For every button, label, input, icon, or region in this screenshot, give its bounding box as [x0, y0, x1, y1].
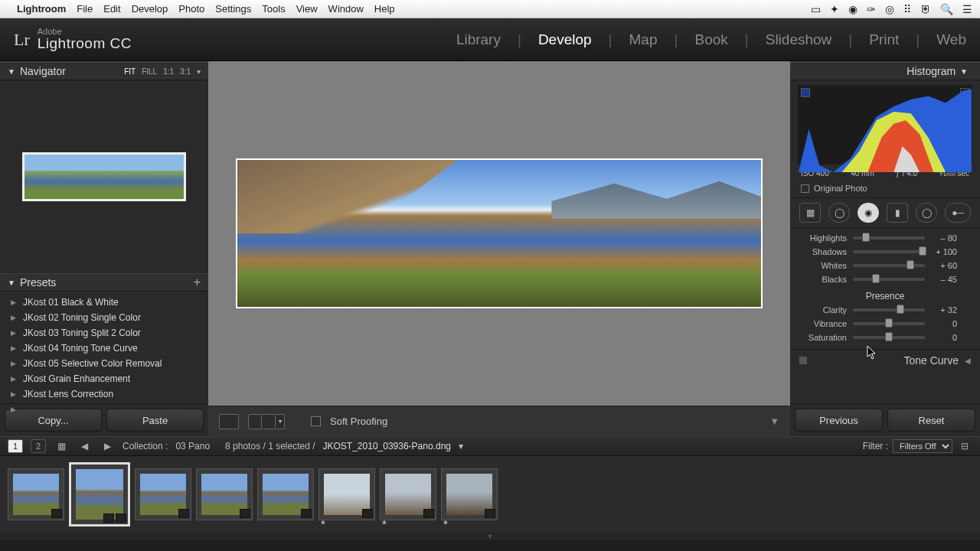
spot-tool-icon[interactable]: ◯	[828, 203, 850, 223]
slider-blacks[interactable]: Blacks – 45	[799, 272, 971, 286]
paste-button[interactable]: Paste	[106, 409, 204, 432]
monitor-2-button[interactable]: 2	[31, 439, 46, 453]
module-develop[interactable]: Develop	[538, 31, 592, 48]
nav-back-icon[interactable]: ◀	[77, 439, 92, 453]
status-icon[interactable]: ◉	[848, 3, 858, 15]
soft-proof-checkbox[interactable]	[311, 416, 321, 426]
redeye-tool-icon[interactable]: ◉	[858, 203, 879, 223]
preset-folder[interactable]: ▶JKost Grain Enhancement	[0, 371, 208, 386]
copy-button[interactable]: Copy...	[5, 409, 102, 432]
disclosure-icon[interactable]: ▼	[960, 67, 968, 76]
menu-help[interactable]: Help	[374, 3, 395, 15]
tone-curve-header[interactable]: Tone Curve ◀	[790, 349, 980, 371]
menu-photo[interactable]: Photo	[178, 3, 204, 15]
histogram[interactable]	[798, 85, 972, 165]
before-after-menu-icon[interactable]: ▾	[276, 414, 285, 429]
thumbnail[interactable]	[8, 468, 64, 520]
status-icon[interactable]: ✑	[867, 3, 876, 15]
add-preset-icon[interactable]: +	[194, 276, 201, 289]
loupe-view-icon[interactable]	[219, 414, 239, 429]
filename[interactable]: JKOST_2010_03936-Pano.dng	[323, 441, 451, 452]
grid-icon[interactable]: ▦	[54, 439, 69, 453]
menu-develop[interactable]: Develop	[132, 3, 168, 15]
previous-button[interactable]: Previous	[795, 409, 883, 432]
navigator-thumb[interactable]	[22, 152, 186, 201]
preset-folder[interactable]: ▶JKost 03 Toning Split 2 Color	[0, 325, 208, 341]
collection-name[interactable]: 03 Pano	[175, 441, 210, 452]
menu-tools[interactable]: Tools	[262, 3, 285, 15]
module-slideshow[interactable]: Slideshow	[766, 31, 832, 48]
module-library[interactable]: Library	[456, 31, 501, 48]
module-map[interactable]: Map	[629, 31, 658, 48]
photo-count: 8 photos / 1 selected /	[225, 441, 315, 452]
preset-folder[interactable]: ▶JKost 01 Black & White	[0, 295, 208, 310]
filmstrip[interactable]: * * *	[0, 456, 980, 533]
image-canvas[interactable]	[208, 61, 790, 406]
slider-clarity[interactable]: Clarity + 32	[799, 303, 971, 317]
thumbnail[interactable]	[257, 468, 314, 520]
zoom-1to1[interactable]: 1:1	[163, 67, 174, 76]
preset-folder[interactable]: ▶JKost 04 Toning Tone Curve	[0, 341, 208, 356]
module-web[interactable]: Web	[936, 31, 966, 48]
monitor-1-button[interactable]: 1	[8, 439, 23, 453]
zoom-menu-icon[interactable]: ▾	[197, 67, 201, 76]
navigator-title: Navigator	[20, 65, 66, 77]
thumbnail-selected[interactable]	[69, 462, 130, 527]
photo[interactable]	[236, 158, 763, 308]
panel-switch-icon[interactable]	[799, 357, 807, 364]
slider-whites[interactable]: Whites + 60	[799, 259, 971, 272]
module-print[interactable]: Print	[869, 31, 899, 48]
presets-header[interactable]: ▼ Presets +	[0, 273, 208, 292]
filter-select[interactable]: Filters Off	[893, 439, 952, 453]
slider-vibrance[interactable]: Vibrance 0	[799, 317, 971, 331]
presence-label: Presence	[799, 291, 971, 302]
preset-folder[interactable]: ▶JKost 02 Toning Single Color	[0, 310, 208, 325]
status-icon[interactable]: ▭	[811, 3, 821, 15]
module-book[interactable]: Book	[694, 31, 727, 48]
slider-highlights[interactable]: Highlights – 80	[799, 231, 971, 245]
status-icon[interactable]: ⠿	[903, 3, 911, 15]
listview-icon[interactable]: ☰	[962, 3, 972, 15]
histogram-header[interactable]: Histogram ▼	[790, 62, 980, 80]
preset-folder[interactable]: ▶JKost 05 Selective Color Removal	[0, 356, 208, 371]
status-icon[interactable]: ✦	[830, 3, 839, 15]
menu-edit[interactable]: Edit	[103, 3, 120, 15]
filename-menu-icon[interactable]: ▾	[459, 441, 463, 452]
original-photo-checkbox[interactable]	[801, 184, 809, 193]
zoom-fill[interactable]: FILL	[142, 67, 157, 76]
thumbnail[interactable]	[135, 468, 191, 520]
slider-shadows[interactable]: Shadows + 100	[799, 245, 971, 259]
radial-filter-icon[interactable]: ◯	[916, 203, 937, 223]
toolbar-menu-icon[interactable]: ▼	[769, 416, 779, 427]
thumbnail[interactable]	[196, 468, 253, 520]
zoom-fit[interactable]: FIT	[124, 67, 136, 76]
menubar-app[interactable]: Lightroom	[17, 3, 66, 15]
zoom-3to1[interactable]: 3:1	[180, 67, 191, 76]
status-icon[interactable]: ⛨	[920, 3, 931, 15]
navigator-preview[interactable]	[0, 80, 208, 273]
disclosure-icon[interactable]: ▼	[8, 279, 15, 287]
menu-view[interactable]: View	[296, 3, 318, 15]
brush-tool-icon[interactable]: ●─	[945, 203, 971, 223]
bottom-edge[interactable]: ▼	[0, 533, 980, 540]
thumbnail[interactable]: *	[380, 468, 436, 520]
disclosure-icon[interactable]: ◀	[965, 357, 971, 365]
nav-fwd-icon[interactable]: ▶	[100, 439, 115, 453]
thumbnail[interactable]: *	[318, 468, 375, 520]
status-icon[interactable]: ◎	[885, 3, 894, 15]
reset-button[interactable]: Reset	[887, 409, 975, 432]
preset-folder[interactable]: ▶JKost Lens Correction	[0, 386, 208, 402]
disclosure-icon[interactable]: ▼	[8, 67, 15, 76]
navigator-header[interactable]: ▼ Navigator FIT FILL 1:1 3:1 ▾	[0, 62, 208, 80]
grad-filter-icon[interactable]: ▮	[887, 203, 908, 223]
crop-tool-icon[interactable]: ▦	[799, 203, 821, 223]
thumbnail[interactable]: *	[441, 468, 498, 520]
slider-saturation[interactable]: Saturation 0	[799, 331, 971, 344]
menu-file[interactable]: File	[77, 3, 93, 15]
menu-settings[interactable]: Settings	[215, 3, 251, 15]
menu-window[interactable]: Window	[328, 3, 364, 15]
filter-lock-icon[interactable]: ⊟	[957, 439, 972, 453]
spotlight-icon[interactable]: 🔍	[940, 3, 953, 15]
before-after-icon[interactable]	[248, 414, 262, 429]
before-after-icon[interactable]	[262, 414, 276, 429]
